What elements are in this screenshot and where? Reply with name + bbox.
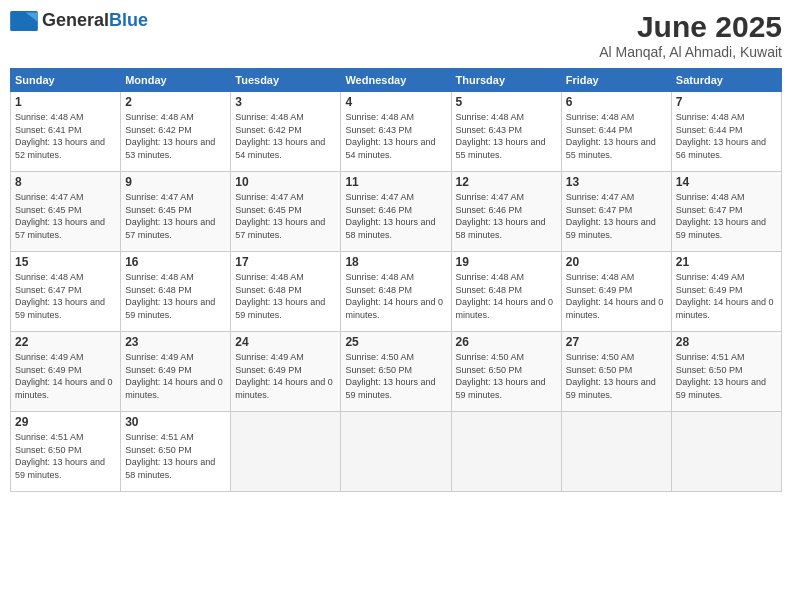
calendar-cell: 13Sunrise: 4:47 AMSunset: 6:47 PMDayligh…: [561, 172, 671, 252]
day-number: 6: [566, 95, 667, 109]
calendar-cell: 28Sunrise: 4:51 AMSunset: 6:50 PMDayligh…: [671, 332, 781, 412]
day-info: Sunrise: 4:49 AMSunset: 6:49 PMDaylight:…: [676, 271, 777, 321]
calendar-cell: 15Sunrise: 4:48 AMSunset: 6:47 PMDayligh…: [11, 252, 121, 332]
day-number: 17: [235, 255, 336, 269]
calendar-cell: 19Sunrise: 4:48 AMSunset: 6:48 PMDayligh…: [451, 252, 561, 332]
day-info: Sunrise: 4:48 AMSunset: 6:44 PMDaylight:…: [676, 111, 777, 161]
day-number: 26: [456, 335, 557, 349]
logo-blue: Blue: [109, 10, 148, 30]
weekday-header-tuesday: Tuesday: [231, 69, 341, 92]
day-number: 1: [15, 95, 116, 109]
week-row-4: 22Sunrise: 4:49 AMSunset: 6:49 PMDayligh…: [11, 332, 782, 412]
day-info: Sunrise: 4:50 AMSunset: 6:50 PMDaylight:…: [566, 351, 667, 401]
calendar-cell: 20Sunrise: 4:48 AMSunset: 6:49 PMDayligh…: [561, 252, 671, 332]
title-block: June 2025 Al Manqaf, Al Ahmadi, Kuwait: [599, 10, 782, 60]
calendar-cell: 24Sunrise: 4:49 AMSunset: 6:49 PMDayligh…: [231, 332, 341, 412]
day-number: 19: [456, 255, 557, 269]
calendar-cell: 16Sunrise: 4:48 AMSunset: 6:48 PMDayligh…: [121, 252, 231, 332]
day-number: 11: [345, 175, 446, 189]
day-info: Sunrise: 4:48 AMSunset: 6:48 PMDaylight:…: [345, 271, 446, 321]
day-info: Sunrise: 4:47 AMSunset: 6:45 PMDaylight:…: [15, 191, 116, 241]
day-info: Sunrise: 4:48 AMSunset: 6:48 PMDaylight:…: [235, 271, 336, 321]
calendar-cell: 21Sunrise: 4:49 AMSunset: 6:49 PMDayligh…: [671, 252, 781, 332]
calendar-cell: 29Sunrise: 4:51 AMSunset: 6:50 PMDayligh…: [11, 412, 121, 492]
calendar-cell: [671, 412, 781, 492]
weekday-header-thursday: Thursday: [451, 69, 561, 92]
day-info: Sunrise: 4:47 AMSunset: 6:45 PMDaylight:…: [125, 191, 226, 241]
week-row-5: 29Sunrise: 4:51 AMSunset: 6:50 PMDayligh…: [11, 412, 782, 492]
calendar-cell: 25Sunrise: 4:50 AMSunset: 6:50 PMDayligh…: [341, 332, 451, 412]
calendar-cell: 2Sunrise: 4:48 AMSunset: 6:42 PMDaylight…: [121, 92, 231, 172]
day-number: 5: [456, 95, 557, 109]
day-info: Sunrise: 4:48 AMSunset: 6:44 PMDaylight:…: [566, 111, 667, 161]
day-number: 15: [15, 255, 116, 269]
day-info: Sunrise: 4:48 AMSunset: 6:42 PMDaylight:…: [125, 111, 226, 161]
calendar-cell: 26Sunrise: 4:50 AMSunset: 6:50 PMDayligh…: [451, 332, 561, 412]
calendar-cell: 3Sunrise: 4:48 AMSunset: 6:42 PMDaylight…: [231, 92, 341, 172]
calendar-cell: 9Sunrise: 4:47 AMSunset: 6:45 PMDaylight…: [121, 172, 231, 252]
day-info: Sunrise: 4:49 AMSunset: 6:49 PMDaylight:…: [235, 351, 336, 401]
calendar-cell: 22Sunrise: 4:49 AMSunset: 6:49 PMDayligh…: [11, 332, 121, 412]
day-number: 21: [676, 255, 777, 269]
logo-general: General: [42, 10, 109, 30]
day-number: 3: [235, 95, 336, 109]
day-number: 14: [676, 175, 777, 189]
day-number: 7: [676, 95, 777, 109]
svg-rect-2: [12, 21, 37, 29]
day-number: 8: [15, 175, 116, 189]
day-number: 13: [566, 175, 667, 189]
week-row-1: 1Sunrise: 4:48 AMSunset: 6:41 PMDaylight…: [11, 92, 782, 172]
calendar-cell: 30Sunrise: 4:51 AMSunset: 6:50 PMDayligh…: [121, 412, 231, 492]
day-info: Sunrise: 4:48 AMSunset: 6:47 PMDaylight:…: [15, 271, 116, 321]
calendar-cell: 7Sunrise: 4:48 AMSunset: 6:44 PMDaylight…: [671, 92, 781, 172]
day-info: Sunrise: 4:48 AMSunset: 6:48 PMDaylight:…: [125, 271, 226, 321]
calendar-cell: [231, 412, 341, 492]
day-number: 10: [235, 175, 336, 189]
week-row-2: 8Sunrise: 4:47 AMSunset: 6:45 PMDaylight…: [11, 172, 782, 252]
day-info: Sunrise: 4:48 AMSunset: 6:41 PMDaylight:…: [15, 111, 116, 161]
day-info: Sunrise: 4:49 AMSunset: 6:49 PMDaylight:…: [15, 351, 116, 401]
calendar-cell: 4Sunrise: 4:48 AMSunset: 6:43 PMDaylight…: [341, 92, 451, 172]
weekday-header-wednesday: Wednesday: [341, 69, 451, 92]
day-number: 23: [125, 335, 226, 349]
calendar-cell: 6Sunrise: 4:48 AMSunset: 6:44 PMDaylight…: [561, 92, 671, 172]
day-number: 22: [15, 335, 116, 349]
day-number: 18: [345, 255, 446, 269]
weekday-header-friday: Friday: [561, 69, 671, 92]
calendar-cell: 10Sunrise: 4:47 AMSunset: 6:45 PMDayligh…: [231, 172, 341, 252]
day-number: 20: [566, 255, 667, 269]
day-number: 2: [125, 95, 226, 109]
month-title: June 2025: [599, 10, 782, 44]
day-number: 27: [566, 335, 667, 349]
day-info: Sunrise: 4:51 AMSunset: 6:50 PMDaylight:…: [15, 431, 116, 481]
calendar-cell: [561, 412, 671, 492]
day-number: 24: [235, 335, 336, 349]
week-row-3: 15Sunrise: 4:48 AMSunset: 6:47 PMDayligh…: [11, 252, 782, 332]
day-number: 4: [345, 95, 446, 109]
day-number: 12: [456, 175, 557, 189]
day-info: Sunrise: 4:47 AMSunset: 6:46 PMDaylight:…: [345, 191, 446, 241]
weekday-header-sunday: Sunday: [11, 69, 121, 92]
day-info: Sunrise: 4:51 AMSunset: 6:50 PMDaylight:…: [676, 351, 777, 401]
calendar-cell: 12Sunrise: 4:47 AMSunset: 6:46 PMDayligh…: [451, 172, 561, 252]
calendar-cell: 27Sunrise: 4:50 AMSunset: 6:50 PMDayligh…: [561, 332, 671, 412]
calendar-cell: [451, 412, 561, 492]
location-title: Al Manqaf, Al Ahmadi, Kuwait: [599, 44, 782, 60]
day-info: Sunrise: 4:47 AMSunset: 6:45 PMDaylight:…: [235, 191, 336, 241]
day-info: Sunrise: 4:48 AMSunset: 6:47 PMDaylight:…: [676, 191, 777, 241]
day-info: Sunrise: 4:50 AMSunset: 6:50 PMDaylight:…: [345, 351, 446, 401]
calendar-cell: 1Sunrise: 4:48 AMSunset: 6:41 PMDaylight…: [11, 92, 121, 172]
day-info: Sunrise: 4:47 AMSunset: 6:47 PMDaylight:…: [566, 191, 667, 241]
calendar-cell: 17Sunrise: 4:48 AMSunset: 6:48 PMDayligh…: [231, 252, 341, 332]
day-info: Sunrise: 4:48 AMSunset: 6:43 PMDaylight:…: [456, 111, 557, 161]
weekday-header-row: SundayMondayTuesdayWednesdayThursdayFrid…: [11, 69, 782, 92]
day-number: 28: [676, 335, 777, 349]
calendar-table: SundayMondayTuesdayWednesdayThursdayFrid…: [10, 68, 782, 492]
day-info: Sunrise: 4:51 AMSunset: 6:50 PMDaylight:…: [125, 431, 226, 481]
calendar-cell: 5Sunrise: 4:48 AMSunset: 6:43 PMDaylight…: [451, 92, 561, 172]
day-info: Sunrise: 4:47 AMSunset: 6:46 PMDaylight:…: [456, 191, 557, 241]
logo-icon: [10, 11, 38, 31]
day-number: 29: [15, 415, 116, 429]
calendar-cell: 18Sunrise: 4:48 AMSunset: 6:48 PMDayligh…: [341, 252, 451, 332]
day-number: 25: [345, 335, 446, 349]
